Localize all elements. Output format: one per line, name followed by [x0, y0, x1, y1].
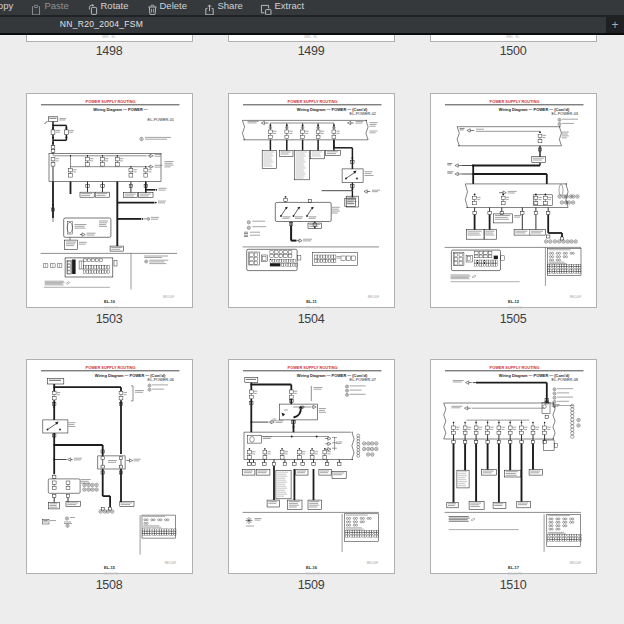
svg-text:EL-POWER-08: EL-POWER-08: [551, 377, 577, 382]
svg-text:EL-12: EL-12: [508, 299, 520, 304]
svg-text:POWER SUPPLY ROUTING: POWER SUPPLY ROUTING: [489, 365, 539, 370]
svg-text:MEL140F: MEL140F: [569, 561, 581, 565]
svg-text:POWER SUPPLY ROUTING: POWER SUPPLY ROUTING: [85, 365, 135, 370]
svg-text:MEL140F: MEL140F: [366, 561, 378, 565]
svg-text:MEL EL PW: MEL EL PW: [104, 306, 118, 310]
svg-text:MEL140F: MEL140F: [367, 295, 379, 299]
svg-text:MEL EL PW: MEL EL PW: [306, 306, 320, 310]
svg-text:EL-POWER-06: EL-POWER-06: [147, 377, 173, 382]
svg-text:MEL140F: MEL140F: [162, 295, 174, 299]
svg-text:EL-POWER-03: EL-POWER-03: [551, 111, 577, 116]
svg-text:EL-POWER-02: EL-POWER-02: [349, 111, 375, 116]
svg-text:POWER SUPPLY ROUTING: POWER SUPPLY ROUTING: [287, 99, 337, 104]
svg-text:MEL140F: MEL140F: [569, 295, 581, 299]
svg-text:POWER SUPPLY ROUTING: POWER SUPPLY ROUTING: [489, 99, 539, 104]
svg-text:EL-POWER-01: EL-POWER-01: [147, 117, 173, 122]
svg-text:MEL140F: MEL140F: [164, 561, 176, 565]
svg-text:EL-16: EL-16: [306, 565, 318, 570]
svg-text:MEL EL PW: MEL EL PW: [508, 306, 522, 310]
svg-text:MEL EL PW: MEL EL PW: [306, 572, 320, 576]
svg-text:MEL EL PW: MEL EL PW: [508, 572, 522, 576]
svg-text:Wiring Diagram — POWER —: Wiring Diagram — POWER —: [93, 107, 148, 112]
svg-text:MEL EL PW: MEL EL PW: [104, 572, 118, 576]
svg-text:EL-11: EL-11: [306, 299, 317, 304]
svg-text:POWER SUPPLY ROUTING: POWER SUPPLY ROUTING: [85, 99, 135, 104]
svg-text:EL-15: EL-15: [104, 565, 116, 570]
svg-text:POWER SUPPLY ROUTING: POWER SUPPLY ROUTING: [287, 365, 337, 370]
svg-text:EL-POWER-07: EL-POWER-07: [349, 377, 375, 382]
svg-text:EL-10: EL-10: [104, 299, 116, 304]
svg-text:EL-17: EL-17: [508, 565, 520, 570]
